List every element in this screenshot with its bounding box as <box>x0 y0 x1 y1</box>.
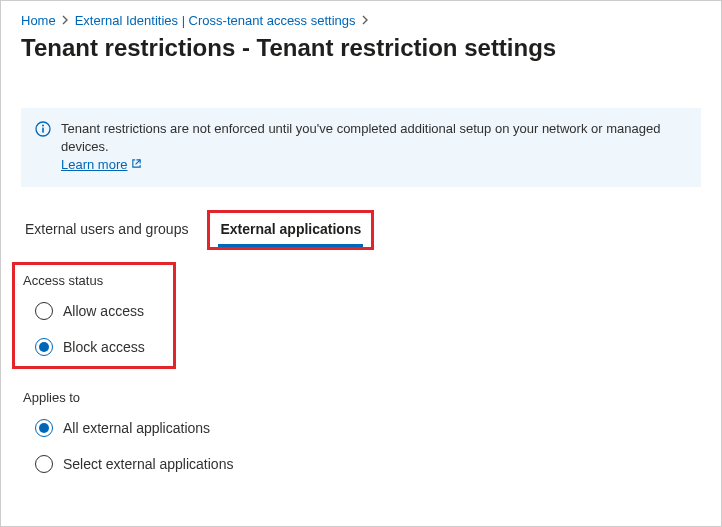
applies-to-section: Applies to All external applications Sel… <box>23 390 701 473</box>
info-banner: Tenant restrictions are not enforced unt… <box>21 108 701 187</box>
radio-allow-access-label: Allow access <box>63 303 144 319</box>
external-link-icon <box>131 156 142 174</box>
radio-block-access[interactable]: Block access <box>35 338 145 356</box>
chevron-right-icon <box>362 15 369 27</box>
info-banner-text: Tenant restrictions are not enforced unt… <box>61 121 660 154</box>
radio-select-external-applications[interactable]: Select external applications <box>35 455 701 473</box>
radio-icon <box>35 302 53 320</box>
radio-all-external-applications-label: All external applications <box>63 420 210 436</box>
tab-external-users-groups[interactable]: External users and groups <box>23 215 190 247</box>
radio-all-external-applications[interactable]: All external applications <box>35 419 701 437</box>
breadcrumb-home[interactable]: Home <box>21 13 56 28</box>
learn-more-label: Learn more <box>61 156 127 174</box>
page-title: Tenant restrictions - Tenant restriction… <box>21 34 701 62</box>
access-status-label: Access status <box>23 273 145 288</box>
radio-icon <box>35 455 53 473</box>
tabs: External users and groups External appli… <box>21 215 701 247</box>
highlight-box-tab: External applications <box>207 210 374 250</box>
info-icon <box>35 121 51 140</box>
chevron-right-icon <box>62 15 69 27</box>
tab-external-applications[interactable]: External applications <box>218 215 363 247</box>
radio-icon <box>35 338 53 356</box>
highlight-box-access-status: Access status Allow access Block access <box>12 262 176 369</box>
radio-icon <box>35 419 53 437</box>
breadcrumb-external-identities[interactable]: External Identities | Cross-tenant acces… <box>75 13 356 28</box>
applies-to-label: Applies to <box>23 390 701 405</box>
access-status-section: Access status Allow access Block access <box>23 273 701 356</box>
svg-rect-2 <box>42 128 44 133</box>
breadcrumb: Home External Identities | Cross-tenant … <box>21 13 701 28</box>
learn-more-link[interactable]: Learn more <box>61 156 142 174</box>
svg-point-1 <box>42 125 44 127</box>
radio-select-external-applications-label: Select external applications <box>63 456 233 472</box>
radio-allow-access[interactable]: Allow access <box>35 302 145 320</box>
radio-block-access-label: Block access <box>63 339 145 355</box>
